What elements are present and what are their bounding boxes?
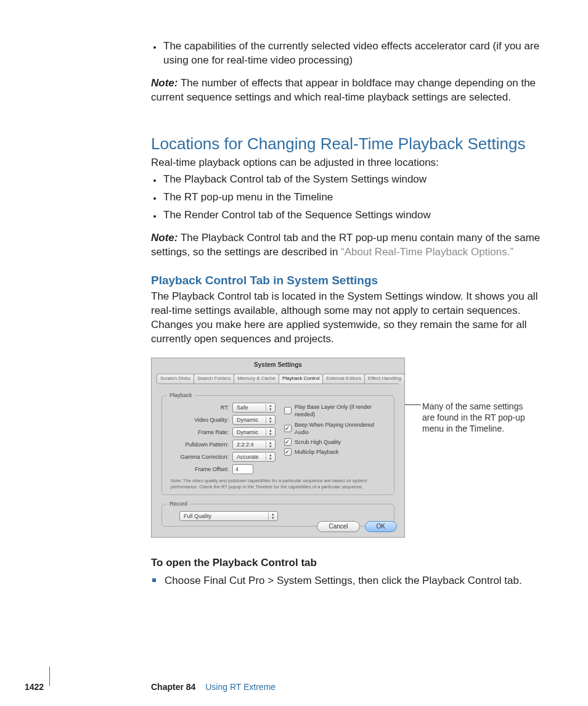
record-select[interactable]: Full Quality ▴▾ xyxy=(179,511,278,521)
pulldown-select[interactable]: 2:2:2:4 ▴▾ xyxy=(232,440,276,449)
video-quality-select[interactable]: Dynamic ▴▾ xyxy=(232,415,276,425)
rt-select[interactable]: Safe ▴▾ xyxy=(232,403,276,413)
stepper-icon: ▴▾ xyxy=(268,512,276,520)
section-list: The Playback Control tab of the System S… xyxy=(151,173,545,223)
tab-bar: Scratch Disks Search Folders Memory & Ca… xyxy=(152,374,404,384)
record-legend: Record xyxy=(167,500,190,507)
section-item: The RT pop-up menu in the Timeline xyxy=(162,191,545,205)
tab-search-folders[interactable]: Search Folders xyxy=(194,374,234,384)
subsection-body: The Playback Control tab is located in t… xyxy=(151,290,545,347)
checkbox-label: Beep When Playing Unrendered Audio xyxy=(295,421,389,436)
section-item: The Playback Control tab of the System S… xyxy=(162,173,545,187)
tab-scratch-disks[interactable]: Scratch Disks xyxy=(157,374,194,384)
frame-rate-select[interactable]: Dynamic ▴▾ xyxy=(232,427,276,437)
cross-ref-link[interactable]: “About Real-Time Playback Options.” xyxy=(341,246,513,258)
tab-memory-cache[interactable]: Memory & Cache xyxy=(234,374,279,384)
howto-step: Choose Final Cut Pro > System Settings, … xyxy=(162,574,545,588)
intro-bullet: The capabilities of the currently select… xyxy=(162,39,545,68)
stepper-icon: ▴▾ xyxy=(266,416,274,424)
stepper-icon: ▴▾ xyxy=(266,453,274,461)
section-item: The Render Control tab of the Sequence S… xyxy=(162,208,545,223)
ok-button[interactable]: OK xyxy=(365,521,397,532)
checkbox-label: Scrub High Quality xyxy=(295,438,341,446)
howto-heading: To open the Playback Control tab xyxy=(151,556,545,570)
playback-legend: Playback xyxy=(167,392,195,399)
figure-callout: Many of the same settings are found in t… xyxy=(422,401,527,435)
rt-label: RT: xyxy=(167,404,232,411)
playback-fieldset: Playback RT: Safe ▴▾ xyxy=(161,392,394,495)
frame-offset-label: Frame Offset: xyxy=(167,466,232,473)
tab-external-editors[interactable]: External Editors xyxy=(322,374,364,384)
chapter-label: Chapter 84 xyxy=(151,682,195,692)
figure: System Settings Scratch Disks Search Fol… xyxy=(151,358,545,543)
stepper-icon: ▴▾ xyxy=(266,429,274,436)
checkbox-beep[interactable] xyxy=(284,425,292,432)
video-quality-label: Video Quality: xyxy=(167,416,232,424)
frame-offset-input[interactable]: 4 xyxy=(232,464,253,474)
tab-effect-handling[interactable]: Effect Handling xyxy=(364,374,405,384)
note-text: The number of effects that appear in bol… xyxy=(151,77,536,103)
checkbox-label: Play Base Layer Only (if render needed) xyxy=(295,403,389,418)
tab-playback-control[interactable]: Playback Control xyxy=(279,374,323,384)
window-title: System Settings xyxy=(152,358,404,374)
callout-leader xyxy=(405,404,421,405)
section-lead: Real-time playback options can be adjust… xyxy=(151,156,545,170)
pulldown-label: Pulldown Pattern: xyxy=(167,441,232,448)
checkbox-multiclip[interactable] xyxy=(284,448,292,456)
intro-note: Note: The number of effects that appear … xyxy=(151,76,545,105)
cancel-button[interactable]: Cancel xyxy=(317,521,359,532)
checkbox-base-layer[interactable] xyxy=(284,407,292,414)
system-settings-window: System Settings Scratch Disks Search Fol… xyxy=(151,358,405,538)
page-number: 1422 xyxy=(25,681,44,693)
note-label: Note: xyxy=(151,77,178,89)
checkbox-label: Multiclip Playback xyxy=(295,448,339,456)
gamma-label: Gamma Correction: xyxy=(167,453,232,461)
frame-rate-label: Frame Rate: xyxy=(167,429,232,436)
gamma-select[interactable]: Accurate ▴▾ xyxy=(232,452,276,462)
intro-bullets: The capabilities of the currently select… xyxy=(151,39,545,68)
checkbox-scrub[interactable] xyxy=(284,438,292,446)
chapter-title: Using RT Extreme xyxy=(205,682,276,692)
fieldset-note: Note: The video quality and pulldown cap… xyxy=(167,477,389,490)
subsection-heading: Playback Control Tab in System Settings xyxy=(151,273,545,289)
stepper-icon: ▴▾ xyxy=(266,441,274,448)
section-heading: Locations for Changing Real-Time Playbac… xyxy=(151,133,545,155)
stepper-icon: ▴▾ xyxy=(266,404,274,411)
section-note: Note: The Playback Control tab and the R… xyxy=(151,231,545,260)
howto-steps: Choose Final Cut Pro > System Settings, … xyxy=(151,574,545,588)
footer-divider xyxy=(49,667,50,686)
note-label: Note: xyxy=(151,232,178,244)
